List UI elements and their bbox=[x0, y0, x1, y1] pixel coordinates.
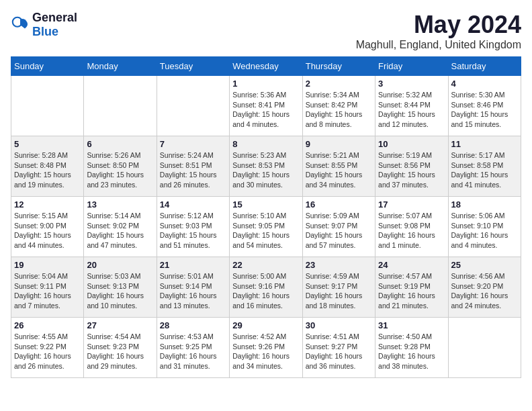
calendar-header-thursday: Thursday bbox=[302, 57, 375, 76]
day-info: Sunrise: 5:34 AMSunset: 8:42 PMDaylight:… bbox=[306, 90, 372, 130]
day-number: 10 bbox=[378, 139, 445, 149]
location-title: Maghull, England, United Kingdom bbox=[356, 39, 521, 51]
logo-icon bbox=[11, 15, 30, 34]
day-number: 5 bbox=[14, 139, 81, 149]
calendar-header-friday: Friday bbox=[375, 57, 448, 76]
calendar-cell bbox=[157, 76, 229, 136]
calendar-cell: 3Sunrise: 5:32 AMSunset: 8:44 PMDaylight… bbox=[375, 76, 448, 136]
day-number: 21 bbox=[160, 260, 226, 270]
calendar-cell: 1Sunrise: 5:36 AMSunset: 8:41 PMDaylight… bbox=[230, 76, 302, 136]
day-number: 13 bbox=[87, 199, 153, 210]
calendar-cell bbox=[84, 76, 157, 136]
day-info: Sunrise: 5:15 AMSunset: 9:00 PMDaylight:… bbox=[14, 211, 81, 250]
day-number: 12 bbox=[14, 199, 81, 210]
calendar-cell: 12Sunrise: 5:15 AMSunset: 9:00 PMDayligh… bbox=[11, 197, 84, 257]
day-info: Sunrise: 5:14 AMSunset: 9:02 PMDaylight:… bbox=[87, 211, 153, 250]
calendar-header-sunday: Sunday bbox=[11, 57, 84, 76]
day-number: 14 bbox=[160, 199, 226, 210]
day-number: 9 bbox=[306, 139, 372, 149]
calendar-cell: 10Sunrise: 5:19 AMSunset: 8:56 PMDayligh… bbox=[375, 136, 448, 197]
day-info: Sunrise: 4:51 AMSunset: 9:27 PMDaylight:… bbox=[306, 332, 372, 371]
day-number: 30 bbox=[306, 320, 372, 330]
calendar-cell: 18Sunrise: 5:06 AMSunset: 9:10 PMDayligh… bbox=[448, 197, 521, 257]
day-number: 23 bbox=[306, 260, 372, 270]
calendar-cell: 2Sunrise: 5:34 AMSunset: 8:42 PMDaylight… bbox=[302, 76, 375, 136]
calendar-cell: 8Sunrise: 5:23 AMSunset: 8:53 PMDaylight… bbox=[230, 136, 302, 197]
day-info: Sunrise: 5:01 AMSunset: 9:14 PMDaylight:… bbox=[160, 271, 226, 311]
day-info: Sunrise: 5:17 AMSunset: 8:58 PMDaylight:… bbox=[451, 150, 518, 190]
calendar-cell: 13Sunrise: 5:14 AMSunset: 9:02 PMDayligh… bbox=[84, 197, 157, 257]
logo-blue: Blue bbox=[32, 25, 58, 38]
day-info: Sunrise: 4:54 AMSunset: 9:23 PMDaylight:… bbox=[87, 332, 153, 371]
day-info: Sunrise: 5:03 AMSunset: 9:13 PMDaylight:… bbox=[87, 271, 153, 311]
day-info: Sunrise: 5:12 AMSunset: 9:03 PMDaylight:… bbox=[160, 211, 226, 250]
calendar-cell: 20Sunrise: 5:03 AMSunset: 9:13 PMDayligh… bbox=[84, 257, 157, 318]
calendar-cell: 27Sunrise: 4:54 AMSunset: 9:23 PMDayligh… bbox=[84, 318, 157, 378]
calendar-cell: 30Sunrise: 4:51 AMSunset: 9:27 PMDayligh… bbox=[302, 318, 375, 378]
day-info: Sunrise: 5:10 AMSunset: 9:05 PMDaylight:… bbox=[232, 211, 299, 250]
day-number: 11 bbox=[451, 139, 518, 149]
calendar-cell: 5Sunrise: 5:28 AMSunset: 8:48 PMDaylight… bbox=[11, 136, 84, 197]
calendar-cell: 26Sunrise: 4:55 AMSunset: 9:22 PMDayligh… bbox=[11, 318, 84, 378]
day-info: Sunrise: 5:23 AMSunset: 8:53 PMDaylight:… bbox=[232, 150, 299, 190]
calendar-header-wednesday: Wednesday bbox=[230, 57, 302, 76]
calendar-cell bbox=[11, 76, 84, 136]
calendar-cell: 6Sunrise: 5:26 AMSunset: 8:50 PMDaylight… bbox=[84, 136, 157, 197]
calendar-week-row: 26Sunrise: 4:55 AMSunset: 9:22 PMDayligh… bbox=[11, 318, 521, 378]
day-number: 24 bbox=[378, 260, 445, 270]
day-info: Sunrise: 4:52 AMSunset: 9:26 PMDaylight:… bbox=[232, 332, 299, 371]
calendar-cell: 22Sunrise: 5:00 AMSunset: 9:16 PMDayligh… bbox=[230, 257, 302, 318]
day-number: 1 bbox=[232, 79, 299, 89]
calendar-header-tuesday: Tuesday bbox=[157, 57, 229, 76]
day-number: 27 bbox=[87, 320, 153, 330]
day-number: 2 bbox=[306, 79, 372, 89]
header: General Blue May 2024 Maghull, England, … bbox=[11, 11, 521, 51]
day-number: 7 bbox=[160, 139, 226, 149]
day-number: 28 bbox=[160, 320, 226, 330]
day-info: Sunrise: 5:04 AMSunset: 9:11 PMDaylight:… bbox=[14, 271, 81, 311]
day-info: Sunrise: 5:09 AMSunset: 9:07 PMDaylight:… bbox=[306, 211, 372, 250]
calendar-cell: 31Sunrise: 4:50 AMSunset: 9:28 PMDayligh… bbox=[375, 318, 448, 378]
day-info: Sunrise: 4:55 AMSunset: 9:22 PMDaylight:… bbox=[14, 332, 81, 371]
day-number: 17 bbox=[378, 199, 445, 210]
day-number: 20 bbox=[87, 260, 153, 270]
calendar-cell: 24Sunrise: 4:57 AMSunset: 9:19 PMDayligh… bbox=[375, 257, 448, 318]
day-number: 29 bbox=[232, 320, 299, 330]
calendar-cell: 25Sunrise: 4:56 AMSunset: 9:20 PMDayligh… bbox=[448, 257, 521, 318]
day-number: 8 bbox=[232, 139, 299, 149]
calendar-cell: 7Sunrise: 5:24 AMSunset: 8:51 PMDaylight… bbox=[157, 136, 229, 197]
calendar-header-row: SundayMondayTuesdayWednesdayThursdayFrid… bbox=[11, 57, 521, 76]
title-area: May 2024 Maghull, England, United Kingdo… bbox=[356, 11, 521, 51]
calendar: SundayMondayTuesdayWednesdayThursdayFrid… bbox=[11, 56, 521, 378]
month-title: May 2024 bbox=[356, 11, 521, 39]
day-number: 15 bbox=[232, 199, 299, 210]
day-info: Sunrise: 4:57 AMSunset: 9:19 PMDaylight:… bbox=[378, 271, 445, 311]
day-info: Sunrise: 5:36 AMSunset: 8:41 PMDaylight:… bbox=[232, 90, 299, 130]
logo: General Blue bbox=[11, 11, 77, 39]
calendar-cell: 28Sunrise: 4:53 AMSunset: 9:25 PMDayligh… bbox=[157, 318, 229, 378]
day-number: 18 bbox=[451, 199, 518, 210]
calendar-cell: 23Sunrise: 4:59 AMSunset: 9:17 PMDayligh… bbox=[302, 257, 375, 318]
calendar-week-row: 12Sunrise: 5:15 AMSunset: 9:00 PMDayligh… bbox=[11, 197, 521, 257]
calendar-header-monday: Monday bbox=[84, 57, 157, 76]
logo-text: General Blue bbox=[32, 11, 77, 39]
day-info: Sunrise: 4:53 AMSunset: 9:25 PMDaylight:… bbox=[160, 332, 226, 371]
calendar-cell: 4Sunrise: 5:30 AMSunset: 8:46 PMDaylight… bbox=[448, 76, 521, 136]
day-info: Sunrise: 4:59 AMSunset: 9:17 PMDaylight:… bbox=[306, 271, 372, 311]
calendar-header-saturday: Saturday bbox=[448, 57, 521, 76]
day-number: 16 bbox=[306, 199, 372, 210]
day-info: Sunrise: 5:21 AMSunset: 8:55 PMDaylight:… bbox=[306, 150, 372, 190]
day-number: 3 bbox=[378, 79, 445, 89]
calendar-cell: 21Sunrise: 5:01 AMSunset: 9:14 PMDayligh… bbox=[157, 257, 229, 318]
calendar-cell: 14Sunrise: 5:12 AMSunset: 9:03 PMDayligh… bbox=[157, 197, 229, 257]
day-info: Sunrise: 5:19 AMSunset: 8:56 PMDaylight:… bbox=[378, 150, 445, 190]
day-number: 4 bbox=[451, 79, 518, 89]
calendar-week-row: 5Sunrise: 5:28 AMSunset: 8:48 PMDaylight… bbox=[11, 136, 521, 197]
day-number: 19 bbox=[14, 260, 81, 270]
calendar-cell: 15Sunrise: 5:10 AMSunset: 9:05 PMDayligh… bbox=[230, 197, 302, 257]
day-info: Sunrise: 5:06 AMSunset: 9:10 PMDaylight:… bbox=[451, 211, 518, 250]
calendar-cell: 9Sunrise: 5:21 AMSunset: 8:55 PMDaylight… bbox=[302, 136, 375, 197]
calendar-cell: 29Sunrise: 4:52 AMSunset: 9:26 PMDayligh… bbox=[230, 318, 302, 378]
day-number: 22 bbox=[232, 260, 299, 270]
calendar-cell: 19Sunrise: 5:04 AMSunset: 9:11 PMDayligh… bbox=[11, 257, 84, 318]
